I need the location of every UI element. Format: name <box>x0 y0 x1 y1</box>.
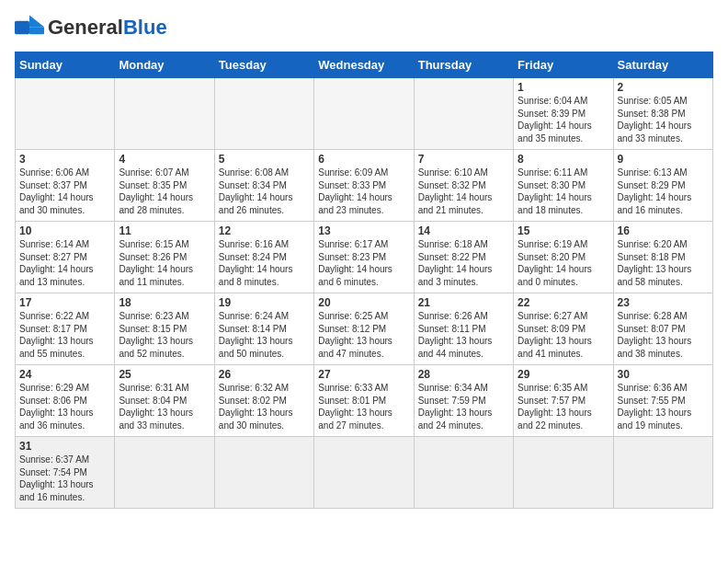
calendar-cell: 4Sunrise: 6:07 AM Sunset: 8:35 PM Daylig… <box>115 150 214 222</box>
calendar-week-row: 31Sunrise: 6:37 AM Sunset: 7:54 PM Dayli… <box>16 437 713 509</box>
col-header-tuesday: Tuesday <box>214 52 313 78</box>
calendar-cell: 31Sunrise: 6:37 AM Sunset: 7:54 PM Dayli… <box>16 437 115 509</box>
day-info: Sunrise: 6:04 AM Sunset: 8:39 PM Dayligh… <box>518 95 609 144</box>
calendar-cell <box>314 78 414 150</box>
calendar-cell: 26Sunrise: 6:32 AM Sunset: 8:02 PM Dayli… <box>214 365 313 437</box>
calendar-cell <box>16 78 115 150</box>
day-info: Sunrise: 6:31 AM Sunset: 8:04 PM Dayligh… <box>119 382 210 431</box>
day-info: Sunrise: 6:33 AM Sunset: 8:01 PM Dayligh… <box>318 382 409 431</box>
day-info: Sunrise: 6:20 AM Sunset: 8:18 PM Dayligh… <box>618 238 709 288</box>
calendar-cell: 29Sunrise: 6:35 AM Sunset: 7:57 PM Dayli… <box>514 365 613 437</box>
day-info: Sunrise: 6:09 AM Sunset: 8:33 PM Dayligh… <box>318 167 409 216</box>
col-header-monday: Monday <box>115 52 214 78</box>
day-number: 31 <box>19 440 110 453</box>
day-info: Sunrise: 6:16 AM Sunset: 8:24 PM Dayligh… <box>219 238 310 288</box>
day-number: 2 <box>618 81 709 94</box>
day-info: Sunrise: 6:22 AM Sunset: 8:17 PM Dayligh… <box>19 310 110 360</box>
day-info: Sunrise: 6:19 AM Sunset: 8:20 PM Dayligh… <box>518 238 609 288</box>
day-info: Sunrise: 6:29 AM Sunset: 8:06 PM Dayligh… <box>19 382 110 431</box>
calendar-cell <box>214 78 313 150</box>
day-info: Sunrise: 6:32 AM Sunset: 8:02 PM Dayligh… <box>219 382 310 431</box>
day-info: Sunrise: 6:34 AM Sunset: 7:59 PM Dayligh… <box>418 382 509 431</box>
day-number: 30 <box>618 368 709 381</box>
calendar-cell: 3Sunrise: 6:06 AM Sunset: 8:37 PM Daylig… <box>16 150 115 222</box>
day-info: Sunrise: 6:07 AM Sunset: 8:35 PM Dayligh… <box>119 167 210 216</box>
svg-rect-2 <box>29 27 44 34</box>
calendar-cell: 13Sunrise: 6:17 AM Sunset: 8:23 PM Dayli… <box>314 222 414 293</box>
day-info: Sunrise: 6:27 AM Sunset: 8:09 PM Dayligh… <box>518 310 609 360</box>
calendar-cell: 23Sunrise: 6:28 AM Sunset: 8:07 PM Dayli… <box>613 293 712 365</box>
day-info: Sunrise: 6:17 AM Sunset: 8:23 PM Dayligh… <box>318 238 409 288</box>
calendar-cell <box>613 437 712 509</box>
calendar-cell: 27Sunrise: 6:33 AM Sunset: 8:01 PM Dayli… <box>314 365 414 437</box>
day-number: 3 <box>19 153 110 166</box>
day-number: 27 <box>318 368 409 381</box>
calendar-cell: 21Sunrise: 6:26 AM Sunset: 8:11 PM Dayli… <box>414 293 513 365</box>
day-info: Sunrise: 6:35 AM Sunset: 7:57 PM Dayligh… <box>518 382 609 431</box>
day-number: 23 <box>618 296 709 309</box>
day-number: 28 <box>418 368 509 381</box>
calendar-cell: 25Sunrise: 6:31 AM Sunset: 8:04 PM Dayli… <box>115 365 214 437</box>
calendar-cell: 22Sunrise: 6:27 AM Sunset: 8:09 PM Dayli… <box>514 293 613 365</box>
calendar-cell: 2Sunrise: 6:05 AM Sunset: 8:38 PM Daylig… <box>613 78 712 150</box>
calendar-cell: 18Sunrise: 6:23 AM Sunset: 8:15 PM Dayli… <box>115 293 214 365</box>
day-info: Sunrise: 6:26 AM Sunset: 8:11 PM Dayligh… <box>418 310 509 360</box>
calendar-cell: 14Sunrise: 6:18 AM Sunset: 8:22 PM Dayli… <box>414 222 513 293</box>
day-number: 1 <box>518 81 609 94</box>
day-number: 10 <box>19 224 110 237</box>
day-info: Sunrise: 6:37 AM Sunset: 7:54 PM Dayligh… <box>19 454 110 503</box>
logo-icon <box>15 15 44 40</box>
calendar-cell: 5Sunrise: 6:08 AM Sunset: 8:34 PM Daylig… <box>214 150 313 222</box>
day-number: 18 <box>119 296 210 309</box>
day-number: 15 <box>518 224 609 237</box>
calendar-week-row: 10Sunrise: 6:14 AM Sunset: 8:27 PM Dayli… <box>16 222 713 293</box>
calendar-cell: 6Sunrise: 6:09 AM Sunset: 8:33 PM Daylig… <box>314 150 414 222</box>
calendar-week-row: 3Sunrise: 6:06 AM Sunset: 8:37 PM Daylig… <box>16 150 713 222</box>
day-number: 8 <box>518 153 609 166</box>
col-header-wednesday: Wednesday <box>314 52 414 78</box>
day-number: 25 <box>119 368 210 381</box>
calendar-cell: 28Sunrise: 6:34 AM Sunset: 7:59 PM Dayli… <box>414 365 513 437</box>
calendar-cell: 24Sunrise: 6:29 AM Sunset: 8:06 PM Dayli… <box>16 365 115 437</box>
day-number: 7 <box>418 153 509 166</box>
day-number: 29 <box>518 368 609 381</box>
day-number: 5 <box>219 153 310 166</box>
day-number: 12 <box>219 224 310 237</box>
day-number: 9 <box>618 153 709 166</box>
calendar-cell <box>314 437 414 509</box>
svg-rect-0 <box>15 21 29 34</box>
day-number: 6 <box>318 153 409 166</box>
calendar-cell: 11Sunrise: 6:15 AM Sunset: 8:26 PM Dayli… <box>115 222 214 293</box>
calendar-week-row: 1Sunrise: 6:04 AM Sunset: 8:39 PM Daylig… <box>16 78 713 150</box>
day-info: Sunrise: 6:11 AM Sunset: 8:30 PM Dayligh… <box>518 167 609 216</box>
calendar-cell <box>414 78 513 150</box>
svg-marker-1 <box>29 15 44 27</box>
calendar-cell: 19Sunrise: 6:24 AM Sunset: 8:14 PM Dayli… <box>214 293 313 365</box>
calendar-cell <box>214 437 313 509</box>
day-info: Sunrise: 6:15 AM Sunset: 8:26 PM Dayligh… <box>119 238 210 288</box>
calendar-cell <box>514 437 613 509</box>
calendar-cell: 10Sunrise: 6:14 AM Sunset: 8:27 PM Dayli… <box>16 222 115 293</box>
day-info: Sunrise: 6:36 AM Sunset: 7:55 PM Dayligh… <box>618 382 709 431</box>
calendar-cell: 1Sunrise: 6:04 AM Sunset: 8:39 PM Daylig… <box>514 78 613 150</box>
day-info: Sunrise: 6:24 AM Sunset: 8:14 PM Dayligh… <box>219 310 310 360</box>
day-info: Sunrise: 6:14 AM Sunset: 8:27 PM Dayligh… <box>19 238 110 288</box>
day-info: Sunrise: 6:10 AM Sunset: 8:32 PM Dayligh… <box>418 167 509 216</box>
calendar-cell: 20Sunrise: 6:25 AM Sunset: 8:12 PM Dayli… <box>314 293 414 365</box>
col-header-thursday: Thursday <box>414 52 513 78</box>
day-info: Sunrise: 6:13 AM Sunset: 8:29 PM Dayligh… <box>618 167 709 216</box>
day-number: 11 <box>119 224 210 237</box>
day-number: 26 <box>219 368 310 381</box>
calendar-cell: 15Sunrise: 6:19 AM Sunset: 8:20 PM Dayli… <box>514 222 613 293</box>
col-header-friday: Friday <box>514 52 613 78</box>
calendar-week-row: 17Sunrise: 6:22 AM Sunset: 8:17 PM Dayli… <box>16 293 713 365</box>
calendar-cell: 30Sunrise: 6:36 AM Sunset: 7:55 PM Dayli… <box>613 365 712 437</box>
calendar-cell <box>115 437 214 509</box>
day-info: Sunrise: 6:25 AM Sunset: 8:12 PM Dayligh… <box>318 310 409 360</box>
calendar-cell: 16Sunrise: 6:20 AM Sunset: 8:18 PM Dayli… <box>613 222 712 293</box>
day-number: 21 <box>418 296 509 309</box>
calendar-week-row: 24Sunrise: 6:29 AM Sunset: 8:06 PM Dayli… <box>16 365 713 437</box>
day-info: Sunrise: 6:08 AM Sunset: 8:34 PM Dayligh… <box>219 167 310 216</box>
day-info: Sunrise: 6:28 AM Sunset: 8:07 PM Dayligh… <box>618 310 709 360</box>
page-header: GeneralBlue <box>15 15 713 40</box>
